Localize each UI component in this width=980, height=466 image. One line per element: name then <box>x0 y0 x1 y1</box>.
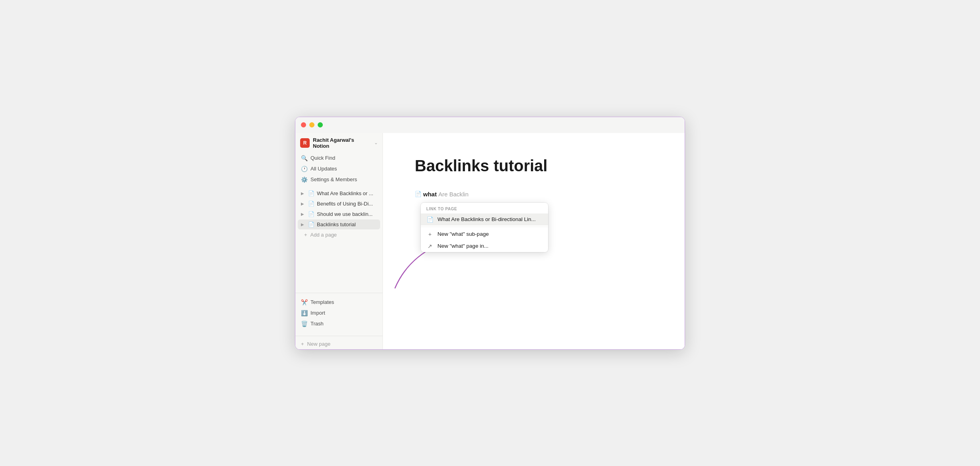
dropdown-divider <box>421 227 548 227</box>
close-button[interactable] <box>301 122 306 127</box>
sidebar-page-what-are-backlinks[interactable]: ▶ 📄 What Are Backlinks or ... <box>298 188 380 198</box>
import-label: Import <box>310 310 325 316</box>
sidebar-nav-label: Quick Find <box>310 155 335 161</box>
sidebar-page-backlinks-tutorial[interactable]: ▶ 📄 Backlinks tutorial <box>298 219 380 229</box>
plus-icon: + <box>304 232 307 238</box>
sidebar-nav-label: All Updates <box>310 166 337 172</box>
document-icon: 📄 <box>308 221 314 227</box>
sidebar: R Rachit Agarwal's Notion ⌄ 🔍 Quick Find… <box>295 133 383 349</box>
sidebar-nav: 🔍 Quick Find 🕐 All Updates ⚙️ Settings &… <box>295 151 383 187</box>
plus-icon: + <box>426 231 433 237</box>
page-icon-inline: 📄 <box>415 191 422 197</box>
sidebar-page-benefits[interactable]: ▶ 📄 Benefits of Using Bi-Di... <box>298 199 380 209</box>
import-icon: ⬇️ <box>301 310 307 316</box>
link-to-page-dropdown: LINK TO PAGE 📄 What Are Backlinks or Bi-… <box>421 203 548 252</box>
sidebar-item-templates[interactable]: ✂️ Templates <box>298 297 380 307</box>
page-label: What Are Backlinks or ... <box>317 190 377 196</box>
document-icon: 📄 <box>308 211 314 217</box>
new-page-button[interactable]: + New page <box>295 339 383 349</box>
dropdown-item-new-page-in[interactable]: ↗ New "what" page in... <box>421 240 548 252</box>
sidebar-divider <box>295 293 383 293</box>
document-icon: 📄 <box>308 201 314 207</box>
dropdown-item-label: New "what" sub-page <box>437 231 489 237</box>
main-content: Backlinks tutorial 📄 what Are Backlin LI… <box>383 133 685 349</box>
page-label: Should we use backlin... <box>317 211 377 217</box>
sidebar-item-all-updates[interactable]: 🕐 All Updates <box>298 164 380 174</box>
dropdown-item-new-subpage[interactable]: + New "what" sub-page <box>421 228 548 240</box>
workspace-name: Rachit Agarwal's Notion <box>313 137 371 149</box>
page-label: Backlinks tutorial <box>317 221 377 227</box>
dropdown-item-label: New "what" page in... <box>437 243 488 249</box>
templates-label: Templates <box>310 299 334 305</box>
plus-icon: + <box>301 341 304 347</box>
sidebar-bottom-divider <box>295 336 383 336</box>
text-prefix-bold[interactable]: what <box>423 191 437 198</box>
sidebar-pages: ▶ 📄 What Are Backlinks or ... ▶ 📄 Benefi… <box>295 187 383 290</box>
text-prefix-gray: Are Backlin <box>438 191 469 198</box>
page-content: Backlinks tutorial 📄 what Are Backlin LI… <box>383 133 685 218</box>
title-bar <box>295 117 685 133</box>
chevron-right-icon: ▶ <box>301 202 306 206</box>
sidebar-item-trash[interactable]: 🗑️ Trash <box>298 319 380 329</box>
dropdown-item-what-are-backlinks[interactable]: 📄 What Are Backlinks or Bi-directional L… <box>421 213 548 225</box>
trash-label: Trash <box>310 321 324 327</box>
add-page-label: Add a page <box>310 232 337 238</box>
document-icon: 📄 <box>308 190 314 196</box>
search-icon: 🔍 <box>301 155 307 161</box>
document-icon: 📄 <box>426 216 433 223</box>
workspace-icon: R <box>300 138 310 148</box>
workspace-header[interactable]: R Rachit Agarwal's Notion ⌄ <box>295 133 383 151</box>
clock-icon: 🕐 <box>301 166 307 172</box>
sidebar-item-settings[interactable]: ⚙️ Settings & Members <box>298 174 380 185</box>
trash-icon: 🗑️ <box>301 321 307 327</box>
sidebar-nav-label: Settings & Members <box>310 176 357 182</box>
page-title: Backlinks tutorial <box>415 157 653 175</box>
new-page-label: New page <box>307 341 331 347</box>
sidebar-item-quick-find[interactable]: 🔍 Quick Find <box>298 153 380 163</box>
chevron-right-icon: ▶ <box>301 191 306 196</box>
chevron-down-icon: ⌄ <box>374 140 378 145</box>
sidebar-page-should-we-use[interactable]: ▶ 📄 Should we use backlin... <box>298 209 380 219</box>
chevron-right-icon: ▶ <box>301 212 306 216</box>
dropdown-item-label: What Are Backlinks or Bi-directional Lin… <box>437 216 536 222</box>
gear-icon: ⚙️ <box>301 176 307 183</box>
text-line: 📄 what Are Backlin <box>415 191 653 198</box>
minimize-button[interactable] <box>309 122 314 127</box>
sidebar-bottom: ✂️ Templates ⬇️ Import 🗑️ Trash <box>295 296 383 333</box>
chevron-right-icon: ▶ <box>301 222 306 227</box>
maximize-button[interactable] <box>318 122 323 127</box>
add-page-button[interactable]: + Add a page <box>298 230 380 240</box>
page-label: Benefits of Using Bi-Di... <box>317 201 377 207</box>
app-body: R Rachit Agarwal's Notion ⌄ 🔍 Quick Find… <box>295 133 685 349</box>
dropdown-header: LINK TO PAGE <box>421 203 548 213</box>
app-window: R Rachit Agarwal's Notion ⌄ 🔍 Quick Find… <box>295 117 685 350</box>
arrow-up-right-icon: ↗ <box>426 243 433 249</box>
sidebar-item-import[interactable]: ⬇️ Import <box>298 308 380 318</box>
templates-icon: ✂️ <box>301 299 307 305</box>
